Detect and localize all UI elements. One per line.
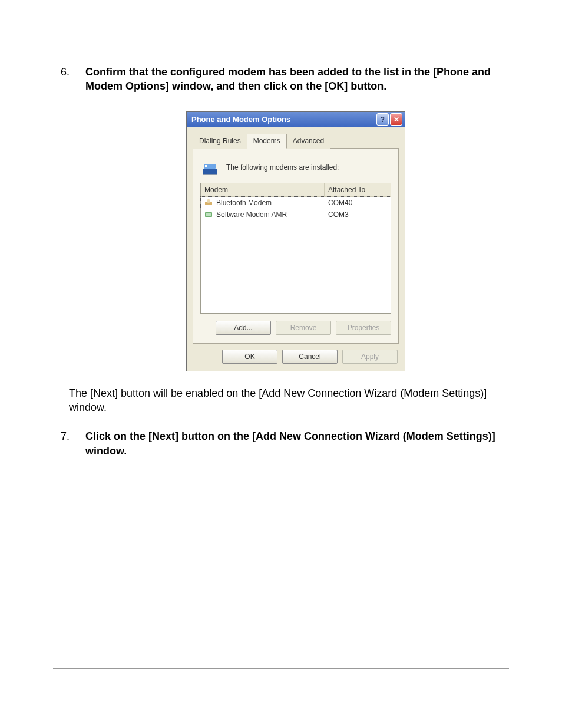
close-button[interactable]: ✕ (390, 113, 402, 126)
panel-button-row: Add... Remove Properties (200, 314, 391, 335)
apply-button: Apply (342, 350, 398, 364)
tab-strip: Dialing Rules Modems Advanced (187, 127, 405, 344)
software-device-icon (204, 210, 213, 219)
step-6: Confirm that the configured modem has be… (85, 65, 506, 414)
row-modem-name: Bluetooth Modem (216, 198, 272, 207)
row-attached: COM40 (328, 198, 387, 207)
row-attached: COM3 (328, 210, 387, 219)
properties-button: Properties (336, 321, 391, 335)
svg-rect-0 (203, 169, 217, 174)
svg-point-4 (207, 199, 210, 203)
svg-rect-2 (205, 165, 207, 167)
tab-modems[interactable]: Modems (247, 134, 287, 149)
phone-modem-dialog: Phone and Modem Options ? ✕ Dialing Rule… (186, 111, 405, 371)
tab-advanced[interactable]: Advanced (286, 134, 330, 149)
intermediate-text: The [Next] button will be enabled on the… (69, 386, 506, 415)
list-row-software[interactable]: Software Modem AMR COM3 (201, 209, 391, 220)
instruction-list: Confirm that the configured modem has be… (56, 65, 506, 458)
document-page: Confirm that the configured modem has be… (0, 0, 562, 728)
list-header: Modem Attached To (201, 183, 391, 197)
tab-dialing-rules[interactable]: Dialing Rules (193, 134, 247, 149)
modem-icon (201, 158, 220, 177)
add-button[interactable]: Add... (216, 321, 271, 335)
step-7: Click on the [Next] button on the [Add N… (85, 429, 506, 458)
modem-list[interactable]: Modem Attached To Bluetooth Modem COM40 (200, 183, 391, 314)
remove-button: Remove (276, 321, 331, 335)
header-modem[interactable]: Modem (201, 183, 325, 196)
page-footer-rule (53, 668, 509, 669)
dialog-button-row: OK Cancel Apply (187, 344, 405, 371)
list-row-bluetooth[interactable]: Bluetooth Modem COM40 (201, 197, 391, 209)
header-attached[interactable]: Attached To (325, 183, 391, 196)
step-6-text: Confirm that the configured modem has be… (85, 66, 491, 92)
cancel-button[interactable]: Cancel (282, 350, 338, 364)
dialog-titlebar[interactable]: Phone and Modem Options ? ✕ (187, 112, 405, 127)
svg-rect-6 (206, 213, 211, 216)
ok-button[interactable]: OK (222, 350, 277, 364)
help-button[interactable]: ? (376, 113, 389, 126)
step-7-text: Click on the [Next] button on the [Add N… (85, 430, 495, 456)
dialog-title: Phone and Modem Options (191, 114, 375, 125)
panel-message: The following modems are installed: (226, 163, 339, 172)
row-modem-name: Software Modem AMR (216, 210, 287, 219)
bluetooth-device-icon (204, 199, 213, 207)
modems-panel: The following modems are installed: Mode… (193, 149, 399, 344)
